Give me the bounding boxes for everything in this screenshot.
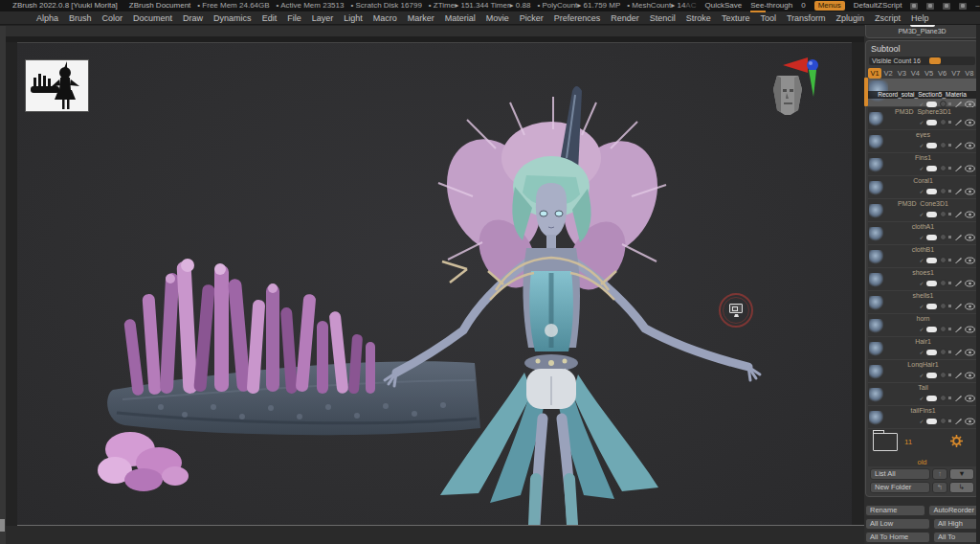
paint-toggle[interactable] [926,396,937,401]
paint-toggle[interactable] [926,120,937,125]
uv-toggle[interactable] [940,395,947,401]
visible-count-handle[interactable] [929,57,941,64]
fold-down-button[interactable]: ↳ [949,482,974,493]
menu-file[interactable]: File [287,13,301,23]
move-down-button[interactable]: ▼ [949,468,974,480]
edit-marker-icon[interactable]: ✓ [919,280,924,287]
edit-marker-icon[interactable]: ✓ [919,188,924,195]
polypaint-brush-icon[interactable] [954,256,963,264]
menu-alpha[interactable]: Alpha [36,13,58,23]
tab-v6[interactable]: V6 [936,68,949,79]
edit-marker-icon[interactable]: ✓ [919,119,924,126]
auto-reorder-button[interactable]: AutoReorder [928,505,979,516]
tray-scrollbar[interactable] [976,0,980,544]
menu-document[interactable]: Document [133,13,172,23]
edit-marker-icon[interactable]: ✓ [919,165,924,172]
menus-button[interactable]: Menus [814,1,845,11]
tab-v5[interactable]: V5 [923,68,936,79]
fold-up-button[interactable]: ↰ [932,482,947,493]
menu-dynamics[interactable]: Dynamics [213,13,252,23]
menu-tool[interactable]: Tool [760,13,776,23]
subtool-folder[interactable]: 11 [868,429,976,458]
paint-toggle[interactable] [926,304,937,309]
document-canvas[interactable] [17,42,852,526]
visibility-eye-icon[interactable] [965,418,975,425]
quicksave-button[interactable]: QuickSave [704,0,742,11]
subtool-item[interactable]: shoes1 ✓ [868,268,976,291]
uv-toggle[interactable] [940,142,947,148]
tab-v4[interactable]: V4 [908,68,922,79]
uv-toggle[interactable] [940,418,947,424]
subtool-item[interactable]: tailFins1 ✓ [868,406,976,429]
polypaint-brush-icon[interactable] [954,302,963,310]
scale-doc-icon[interactable] [959,3,967,10]
rename-button[interactable]: Rename [865,505,925,516]
menu-edit[interactable]: Edit [262,13,278,23]
edit-marker-icon[interactable]: ✓ [919,326,924,333]
paint-toggle[interactable] [926,189,937,194]
edit-marker-icon[interactable]: ✓ [919,418,924,425]
menu-layer[interactable]: Layer [312,13,334,23]
menu-marker[interactable]: Marker [408,13,434,23]
menu-light[interactable]: Light [344,13,363,23]
polypaint-brush-icon[interactable] [954,348,963,356]
visibility-eye-icon[interactable] [965,188,975,195]
subtool-item[interactable]: PM3D_Sphere3D1 ✓ [868,107,976,130]
all-low-button[interactable]: All Low [865,518,930,530]
zoom-doc-icon[interactable] [926,3,934,10]
minimize-icon[interactable]: – [975,0,979,11]
uv-toggle[interactable] [940,349,947,355]
uv-toggle[interactable] [940,165,947,171]
uv-toggle[interactable] [940,119,947,125]
paint-toggle[interactable] [926,419,937,424]
tab-v8[interactable]: V8 [963,68,976,79]
visibility-eye-icon[interactable] [965,257,975,264]
uv-toggle[interactable] [940,101,947,107]
subtool-item[interactable]: Fins1 ✓ [868,153,976,176]
all-high-button[interactable]: All High [933,518,979,530]
new-folder-button[interactable]: New Folder [870,482,930,493]
polypaint-brush-icon[interactable] [954,164,963,172]
subtool-item[interactable]: Tail ✓ [868,383,976,406]
paint-toggle[interactable] [926,373,937,378]
uv-toggle[interactable] [940,188,947,194]
subtool-item[interactable]: clothA1 ✓ [868,222,976,245]
visible-count-slider[interactable]: Visible Count 16 [869,57,975,65]
menu-macro[interactable]: Macro [373,13,397,23]
visibility-eye-icon[interactable] [965,372,975,379]
visibility-eye-icon[interactable] [965,211,975,218]
tab-v2[interactable]: V2 [881,68,895,79]
scroll-doc-icon[interactable] [910,3,918,10]
left-tray-scroll-nub[interactable] [0,519,5,532]
paint-toggle[interactable] [926,258,937,263]
folder-gear-icon[interactable] [950,435,963,447]
subtool-item[interactable]: clothB1 ✓ [868,245,976,268]
camera-head-icon[interactable] [766,70,810,116]
tab-v7[interactable]: V7 [949,68,963,79]
paint-toggle[interactable] [926,166,937,171]
polypaint-brush-icon[interactable] [954,279,963,287]
polypaint-brush-icon[interactable] [954,325,963,333]
edit-marker-icon[interactable]: ✓ [919,234,924,241]
uv-toggle[interactable] [940,280,947,286]
edit-marker-icon[interactable]: ✓ [919,257,924,264]
visibility-eye-icon[interactable] [965,165,975,172]
menu-material[interactable]: Material [445,13,476,23]
paint-toggle[interactable] [926,327,937,332]
visibility-eye-icon[interactable] [965,326,975,333]
edit-marker-icon[interactable]: ✓ [919,395,924,402]
paint-toggle[interactable] [926,102,937,107]
paint-toggle[interactable] [926,212,937,217]
subtool-item[interactable]: Hair1 ✓ [868,337,976,360]
see-through-slider[interactable]: See-through [750,0,792,11]
menu-color[interactable]: Color [102,13,123,23]
visibility-eye-icon[interactable] [965,303,975,310]
subtool-item[interactable]: Coral1 ✓ [868,176,976,199]
menu-draw[interactable]: Draw [183,13,203,23]
subtool-item[interactable]: LongHair1 ✓ [868,360,976,383]
polypaint-brush-icon[interactable] [954,371,963,379]
menu-stencil[interactable]: Stencil [650,13,676,23]
all-to-target-button[interactable]: All To Target [933,532,979,543]
menu-texture[interactable]: Texture [722,13,750,23]
paint-toggle[interactable] [926,350,937,355]
